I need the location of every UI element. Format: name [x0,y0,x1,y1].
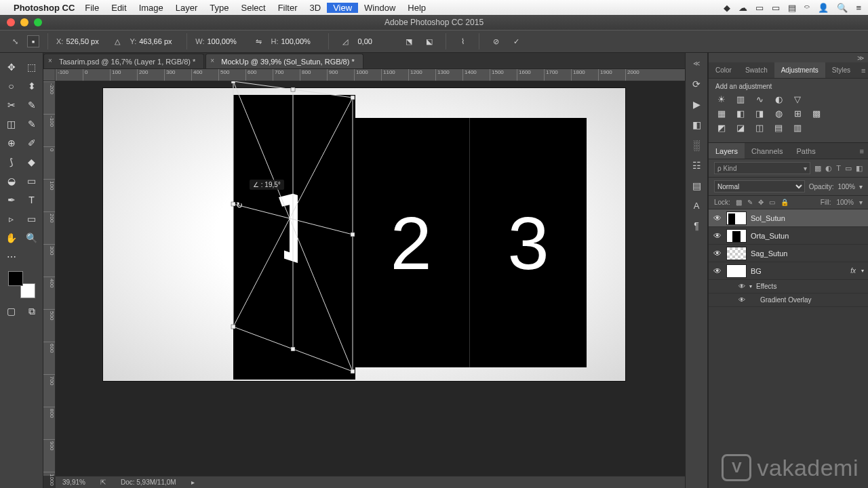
adj-brightness-icon[interactable]: ☀ [715,94,728,104]
tool-21[interactable] [22,248,41,266]
tab-layers[interactable]: Layers [709,143,745,159]
layer-sol_sutun[interactable]: 👁Sol_Sutun [709,209,868,227]
tab-styles[interactable]: Styles [825,62,857,78]
tool-20[interactable]: ⋯ [2,248,21,266]
collapse-dock-icon[interactable]: ≫ [709,53,868,62]
visibility-icon[interactable]: 👁 [713,266,722,276]
export-icon[interactable]: ⇱ [100,479,106,486]
tool-0[interactable]: ✥ [2,58,21,76]
tab-adjustments[interactable]: Adjustments [774,62,825,78]
hamburger-icon[interactable]: ≡ [856,3,861,13]
tool-10[interactable]: ⟆ [2,153,21,171]
adj-exposure-icon[interactable]: ◐ [772,94,785,104]
adj-curves-icon[interactable]: ∿ [753,94,766,104]
character-icon[interactable]: A [694,201,700,211]
date-icon[interactable]: ▤ [788,3,796,13]
adj-posterize-icon[interactable]: ◪ [734,123,747,133]
adj-levels-icon[interactable]: ▥ [734,94,747,104]
tool-2[interactable]: ○ [2,77,21,95]
tool-3[interactable]: ⬍ [22,77,41,95]
filter-pixel-icon[interactable]: ▩ [814,164,821,173]
tool-7[interactable]: ✎ [22,115,41,133]
tool-4[interactable]: ✂ [2,96,21,114]
wifi-icon[interactable]: ⌔ [804,3,810,13]
panel-menu-icon[interactable]: ≡ [857,66,868,75]
lock-artboard-icon[interactable]: ▭ [769,199,775,206]
display-icon[interactable]: ▭ [755,3,764,13]
visibility-icon[interactable]: 👁 [713,231,722,241]
rotation-value[interactable]: 0,00 [357,37,394,45]
lock-position-icon[interactable]: ✥ [758,199,764,206]
history-icon[interactable]: ⟳ [692,79,701,89]
menu-type[interactable]: Type [203,3,235,13]
opacity-value[interactable]: 100% [837,183,855,190]
effect-gradient-overlay[interactable]: 👁Gradient Overlay [709,293,868,307]
navigator-icon[interactable]: ☷ [692,160,701,171]
canvas-stage[interactable]: 2 3 [56,81,685,476]
layers-mini-icon[interactable]: ▤ [692,180,701,191]
tool-12[interactable]: ◒ [2,172,21,190]
y-value[interactable]: 463,66 px [139,37,176,45]
ruler-horizontal[interactable]: -100010020030040050060070080090010001100… [56,69,685,81]
tool-14[interactable]: ✒ [2,191,21,209]
fill-value[interactable]: 100% [836,199,854,206]
close-tab-icon[interactable]: × [210,57,214,64]
user-icon[interactable]: 👤 [818,3,829,13]
tool-9[interactable]: ✐ [22,134,41,152]
cancel-transform-icon[interactable]: ⊘ [488,34,504,49]
tab-paths[interactable]: Paths [790,143,823,159]
filter-adjust-icon[interactable]: ◐ [825,164,832,173]
visibility-icon[interactable]: 👁 [713,214,722,223]
spotlight-icon[interactable]: 🔍 [837,3,848,13]
menu-layer[interactable]: Layer [170,3,204,13]
transform-tool-icon[interactable]: ⤡ [7,34,23,49]
tool-15[interactable]: T [22,191,41,209]
menu-3d[interactable]: 3D [304,3,328,13]
adj-mixer-icon[interactable]: ⊞ [791,108,804,119]
skew-v-icon[interactable]: ⬕ [421,34,437,49]
lock-pixels-icon[interactable]: ▩ [736,199,742,206]
tool-17[interactable]: ▭ [22,210,41,228]
skew-h-icon[interactable]: ⬔ [401,34,417,49]
close-tab-icon[interactable]: × [48,57,52,64]
warp-icon[interactable]: ⌇ [454,34,471,49]
mirror-icon[interactable]: ▭ [772,3,780,13]
doc-tab-0[interactable]: ×Tasarim.psd @ 16,7% (Layer 1, RGB/8) * [43,54,204,68]
foreground-background-swatch[interactable] [8,271,35,298]
filter-type-icon[interactable]: T [836,164,841,172]
filter-smart-icon[interactable]: ◧ [856,164,863,173]
adj-vibrance-icon[interactable]: ▽ [791,94,804,104]
tool-1[interactable]: ⬚ [22,58,41,76]
adj-lookup-icon[interactable]: ▩ [810,108,823,119]
adj-photofilter-icon[interactable]: ◍ [772,108,785,119]
tool-13[interactable]: ▭ [22,172,41,190]
adj-threshold-icon[interactable]: ◫ [753,123,766,133]
adj-gradientmap-icon[interactable]: ▤ [772,123,785,133]
fill-flyout-icon[interactable]: ▾ [859,199,863,206]
adj-invert-icon[interactable]: ◩ [715,123,728,133]
tab-swatches[interactable]: Swatch [738,62,774,78]
expand-dock-icon[interactable]: ≪ [693,60,700,69]
tab-channels[interactable]: Channels [745,143,789,159]
link-wh-icon[interactable]: ⇋ [250,34,267,49]
filter-shape-icon[interactable]: ▭ [845,164,852,173]
screenmode-icon[interactable]: ⧉ [22,302,41,320]
tool-16[interactable]: ▹ [2,210,21,228]
layer-orta_sutun[interactable]: 👁Orta_Sutun [709,227,868,245]
tool-11[interactable]: ◆ [22,153,41,171]
menu-view[interactable]: View [327,3,358,13]
status-icon[interactable]: ◆ [724,3,730,13]
quickmask-icon[interactable]: ▢ [2,302,21,320]
layers-panel-menu-icon[interactable]: ≡ [856,147,868,155]
adj-bw-icon[interactable]: ◨ [753,108,766,119]
commit-transform-icon[interactable]: ✓ [508,34,524,49]
tab-color[interactable]: Color [709,62,738,78]
actions-icon[interactable]: ▶ [693,99,701,110]
visibility-icon[interactable]: 👁 [713,249,722,258]
zoom-icon[interactable] [34,18,42,26]
x-value[interactable]: 526,50 px [66,37,102,45]
layer-bg[interactable]: 👁BGfx▾ [709,262,868,280]
menu-help[interactable]: Help [401,3,432,13]
tool-19[interactable]: 🔍 [22,229,41,247]
cloud-icon[interactable]: ☁ [738,3,747,13]
